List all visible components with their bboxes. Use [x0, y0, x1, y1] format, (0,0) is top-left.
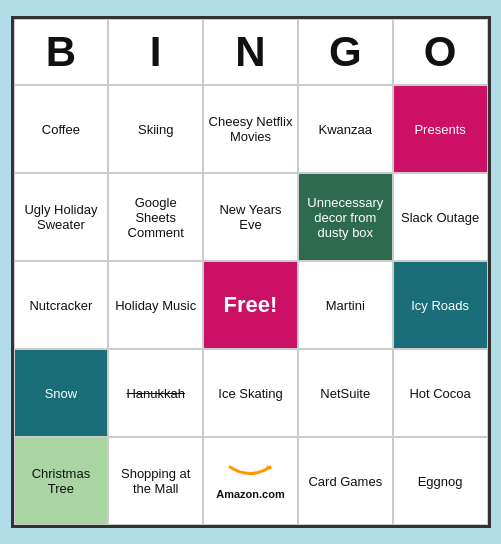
amazon-label: Amazon.com: [216, 488, 284, 500]
bingo-cell-8[interactable]: Unnecessary decor from dusty box: [298, 173, 393, 261]
bingo-cell-16[interactable]: Hanukkah: [108, 349, 203, 437]
bingo-cell-5[interactable]: Ugly Holiday Sweater: [14, 173, 109, 261]
bingo-letter-b: B: [14, 19, 109, 85]
amazon-arrow-icon: [225, 462, 275, 484]
bingo-cell-14[interactable]: Icy Roads: [393, 261, 488, 349]
bingo-letter-o: O: [393, 19, 488, 85]
bingo-cell-1[interactable]: Skiing: [108, 85, 203, 173]
bingo-cell-12[interactable]: Free!: [203, 261, 298, 349]
bingo-cell-11[interactable]: Holiday Music: [108, 261, 203, 349]
bingo-cell-20[interactable]: Christmas Tree: [14, 437, 109, 525]
bingo-cell-22[interactable]: Amazon.com: [203, 437, 298, 525]
bingo-cell-18[interactable]: NetSuite: [298, 349, 393, 437]
bingo-cell-10[interactable]: Nutcracker: [14, 261, 109, 349]
bingo-cell-19[interactable]: Hot Cocoa: [393, 349, 488, 437]
bingo-grid: CoffeeSkiingCheesy Netflix MoviesKwanzaa…: [14, 85, 488, 525]
bingo-letter-i: I: [108, 19, 203, 85]
bingo-cell-7[interactable]: New Years Eve: [203, 173, 298, 261]
bingo-cell-0[interactable]: Coffee: [14, 85, 109, 173]
bingo-cell-6[interactable]: Google Sheets Comment: [108, 173, 203, 261]
bingo-cell-24[interactable]: Eggnog: [393, 437, 488, 525]
bingo-cell-13[interactable]: Martini: [298, 261, 393, 349]
bingo-cell-3[interactable]: Kwanzaa: [298, 85, 393, 173]
bingo-cell-23[interactable]: Card Games: [298, 437, 393, 525]
bingo-cell-15[interactable]: Snow: [14, 349, 109, 437]
bingo-cell-9[interactable]: Slack Outage: [393, 173, 488, 261]
bingo-letter-n: N: [203, 19, 298, 85]
bingo-letter-g: G: [298, 19, 393, 85]
bingo-cell-2[interactable]: Cheesy Netflix Movies: [203, 85, 298, 173]
bingo-cell-17[interactable]: Ice Skating: [203, 349, 298, 437]
bingo-header: BINGO: [14, 19, 488, 85]
bingo-cell-4[interactable]: Presents: [393, 85, 488, 173]
bingo-cell-21[interactable]: Shopping at the Mall: [108, 437, 203, 525]
bingo-card: BINGO CoffeeSkiingCheesy Netflix MoviesK…: [11, 16, 491, 528]
